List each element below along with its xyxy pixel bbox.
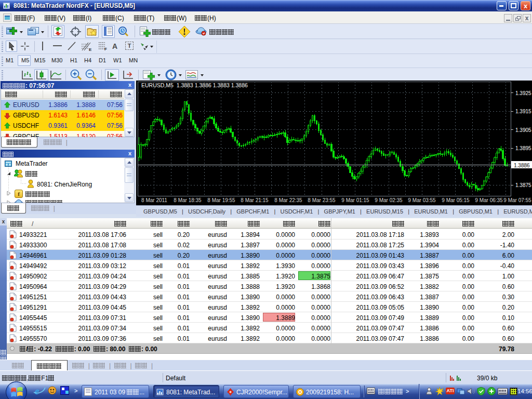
svg-text:F: F [104,47,107,51]
svg-text:8 Mar 23:55: 8 Mar 23:55 [308,197,336,203]
svg-text:8 Mar 2011: 8 Mar 2011 [141,197,167,203]
svg-text:EURUSD,M5 1.3883 1.3886 1.388: EURUSD,M5 1.3883 1.3886 1.3883 1.3886 [141,82,248,88]
svg-text:8 Mar 21:15: 8 Mar 21:15 [241,197,269,203]
svg-text:9 Mar 02:35: 9 Mar 02:35 [375,197,403,203]
svg-text:1.3886: 1.3886 [514,163,530,168]
svg-text:1.3875: 1.3875 [515,182,531,188]
svg-text:9 Mar 05:15: 9 Mar 05:15 [442,197,470,203]
svg-text:9 Mar 06:35: 9 Mar 06:35 [475,197,503,203]
svg-text:9 Mar 01:15: 9 Mar 01:15 [341,197,369,203]
svg-text:E: E [89,47,92,51]
svg-text:8 Mar 19:55: 8 Mar 19:55 [207,197,235,203]
svg-text:9 Mar 03:55: 9 Mar 03:55 [408,197,436,203]
svg-text:8 Mar 18:35: 8 Mar 18:35 [174,197,202,203]
svg-text:1.3915: 1.3915 [515,109,531,114]
svg-text:9 Mar 07:55: 9 Mar 07:55 [503,197,531,203]
svg-text:1.3925: 1.3925 [515,90,531,96]
svg-text:1.3905: 1.3905 [515,127,531,133]
svg-text:8 Mar 22:35: 8 Mar 22:35 [274,197,302,203]
svg-text:1.3895: 1.3895 [515,145,531,151]
